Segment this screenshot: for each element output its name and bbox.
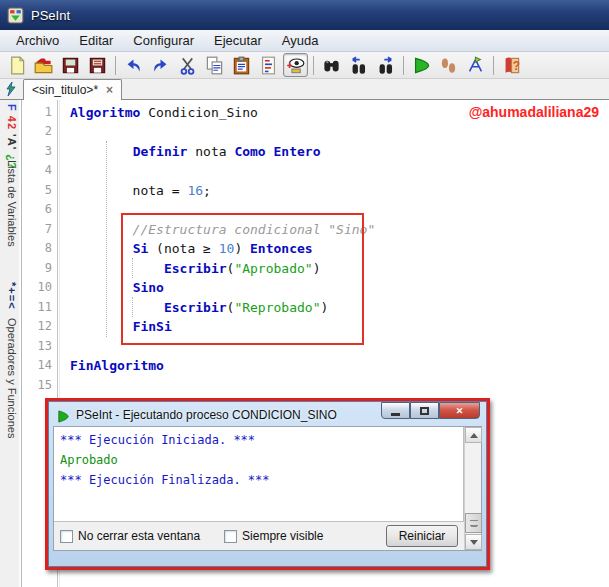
menu-ejecutar[interactable]: Ejecutar — [204, 31, 272, 50]
maximize-button[interactable] — [410, 402, 439, 419]
indent-guide — [132, 297, 133, 317]
code-line[interactable]: 13 — [22, 337, 609, 357]
editor-mode-icon — [4, 81, 18, 97]
line-number: 10 — [22, 278, 52, 298]
code-line[interactable]: 9 Escribir("Aprobado") — [22, 259, 609, 279]
checkbox-no-cerrar[interactable]: No cerrar esta ventana — [60, 529, 200, 543]
menu-editar[interactable]: Editar — [69, 31, 123, 50]
code-line[interactable]: 5 nota = 16; — [22, 181, 609, 201]
syntax-list-button[interactable] — [256, 53, 281, 77]
eye-view-icon — [286, 56, 305, 75]
close-button[interactable]: ✕ — [439, 402, 480, 419]
scroll-thumb[interactable] — [465, 513, 482, 533]
cut-button[interactable] — [175, 53, 200, 77]
execution-popup: PSeInt - Ejecutando proceso CONDICION_SI… — [45, 398, 490, 570]
line-number: 11 — [22, 298, 52, 318]
popup-title-bar[interactable]: PSeInt - Ejecutando proceso CONDICION_SI… — [53, 404, 482, 426]
checkbox-siempre-visible[interactable]: Siempre visible — [224, 529, 323, 543]
toolbar-separator — [115, 56, 116, 75]
console-line: *** Ejecución Finalizada. *** — [60, 470, 457, 490]
checkbox-siempre-visible-box[interactable] — [224, 530, 237, 543]
open-file-icon — [34, 56, 53, 75]
step-run-button[interactable] — [436, 53, 461, 77]
find-next-icon — [376, 56, 395, 75]
toolbar-separator — [313, 56, 314, 75]
line-number: 5 — [22, 181, 52, 201]
icon-glyph: *+=< — [6, 282, 18, 310]
icon-glyph: 42 — [6, 116, 18, 134]
undo-button[interactable] — [121, 53, 146, 77]
find-prev-button[interactable] — [346, 53, 371, 77]
menu-configurar[interactable]: Configurar — [123, 31, 204, 50]
checkbox-no-cerrar-box[interactable] — [60, 530, 73, 543]
sidebar-tab-operadores-y-funciones[interactable]: Operadores y Funciones — [6, 318, 18, 438]
tab-close-icon[interactable]: × — [106, 83, 113, 97]
code-line[interactable]: 15 — [22, 376, 609, 396]
indent-guide — [106, 141, 107, 337]
paste-button[interactable] — [229, 53, 254, 77]
copy-icon — [205, 56, 224, 75]
pseint-logo-icon — [7, 7, 24, 24]
line-number: 3 — [22, 142, 52, 162]
code-line[interactable]: 2 — [22, 122, 609, 142]
line-number: 14 — [22, 356, 52, 376]
code-line[interactable]: 7 //Estructura condicional "Sino" — [22, 220, 609, 240]
find-button[interactable] — [319, 53, 344, 77]
toolbar-separator — [403, 56, 404, 75]
code-text: FinAlgoritmo — [70, 356, 164, 376]
code-line[interactable]: 4 — [22, 161, 609, 181]
new-file-button[interactable] — [4, 53, 29, 77]
help-button[interactable]: ? — [499, 53, 524, 77]
indent-guide — [132, 258, 133, 278]
flowchart-button[interactable] — [463, 53, 488, 77]
console-output: *** Ejecución Iniciada. ***Aprobado*** E… — [54, 427, 464, 522]
toolbar: ? — [0, 52, 609, 79]
sidebar-tab-lista-de-variables[interactable]: Lista de Variables — [6, 160, 18, 247]
tab-sin-titulo[interactable]: <sin_titulo>* × — [23, 79, 122, 100]
code-line[interactable]: 11 Escribir("Reprobado") — [22, 298, 609, 318]
code-text: Definir nota Como Entero — [70, 142, 321, 162]
open-file-button[interactable] — [31, 53, 56, 77]
menu-archivo[interactable]: Archivo — [6, 31, 69, 50]
copy-button[interactable] — [202, 53, 227, 77]
left-sidebar: F 42 'A' ¿? Lista de Variables*+=< Opera… — [0, 100, 22, 587]
save-all-button[interactable] — [85, 53, 110, 77]
checkbox-no-cerrar-label: No cerrar esta ventana — [78, 529, 200, 543]
line-number: 1 — [22, 103, 52, 123]
line-number: 8 — [22, 239, 52, 259]
find-icon — [322, 56, 341, 75]
cut-icon — [178, 56, 197, 75]
minimize-button[interactable] — [381, 402, 410, 419]
scroll-down-icon[interactable] — [465, 534, 482, 550]
menu-ayuda[interactable]: Ayuda — [272, 31, 329, 50]
code-line[interactable]: 6 — [22, 200, 609, 220]
line-number: 9 — [22, 259, 52, 279]
save-icon — [61, 56, 80, 75]
console-scrollbar[interactable] — [464, 427, 481, 550]
help-icon: ? — [502, 56, 521, 75]
redo-button[interactable] — [148, 53, 173, 77]
eye-view-button[interactable] — [283, 53, 308, 77]
undo-icon — [124, 56, 143, 75]
popup-title: PSeInt - Ejecutando proceso CONDICION_SI… — [76, 408, 337, 422]
code-line[interactable]: 8 Si (nota ≥ 10) Entonces — [22, 239, 609, 259]
paste-icon — [232, 56, 251, 75]
find-next-button[interactable] — [373, 53, 398, 77]
popup-client: *** Ejecución Iniciada. ***Aprobado*** E… — [53, 426, 482, 551]
code-line[interactable]: 3 Definir nota Como Entero — [22, 142, 609, 162]
code-line[interactable]: 10 Sino — [22, 278, 609, 298]
popup-frame: PSeInt - Ejecutando proceso CONDICION_SI… — [48, 401, 487, 567]
scroll-up-icon[interactable] — [465, 427, 482, 443]
line-number: 4 — [22, 161, 52, 181]
code-line[interactable]: 12 FinSi — [22, 317, 609, 337]
restart-button[interactable]: Reiniciar — [386, 525, 458, 547]
toolbar-separator — [493, 56, 494, 75]
save-all-icon — [88, 56, 107, 75]
console-line: Aprobado — [60, 450, 457, 470]
save-button[interactable] — [58, 53, 83, 77]
run-button[interactable] — [409, 53, 434, 77]
line-number: 12 — [22, 317, 52, 337]
run-status-icon — [57, 409, 70, 422]
code-line[interactable]: 14FinAlgoritmo — [22, 356, 609, 376]
sidebar-tab-icon[interactable]: *+=< — [6, 282, 18, 310]
